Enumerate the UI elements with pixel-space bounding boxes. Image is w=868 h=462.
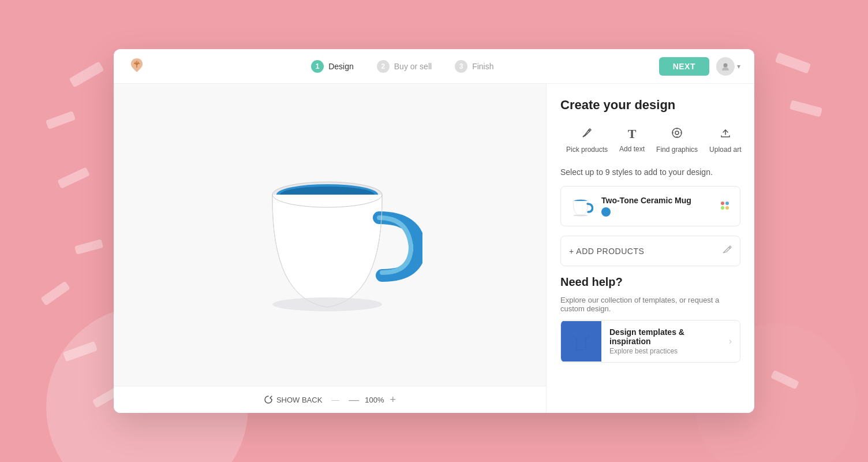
zoom-out-button[interactable]: —: [349, 394, 359, 405]
product-list: Two-Tone Ceramic Mug: [560, 186, 740, 226]
product-actions: [719, 200, 732, 213]
step-design[interactable]: 1 Design: [311, 60, 354, 73]
add-text-label: Add text: [619, 145, 645, 153]
zoom-in-button[interactable]: +: [390, 394, 396, 405]
svg-point-7: [675, 131, 679, 135]
upload-art-icon: [719, 126, 732, 142]
step-1-label: Design: [328, 62, 354, 71]
svg-point-14: [573, 215, 588, 217]
pick-products-icon: [581, 126, 593, 142]
tool-add-text[interactable]: T Add text: [613, 122, 650, 158]
zoom-controls: — 100% +: [349, 394, 396, 405]
panel-title: Create your design: [560, 98, 740, 113]
add-products-label: + ADD PRODUCTS: [569, 247, 644, 256]
help-card-title: Design templates & inspiration: [609, 327, 713, 346]
color-swatch-blue: [601, 207, 611, 217]
product-preview: [238, 137, 422, 333]
help-card-arrow: ›: [721, 336, 740, 346]
step-2-num: 2: [377, 60, 390, 73]
svg-point-18: [725, 206, 729, 210]
zoom-level: 100%: [365, 396, 384, 404]
upload-art-label: Upload art: [709, 146, 741, 154]
avatar: [716, 57, 735, 76]
next-button[interactable]: NEXT: [659, 57, 709, 76]
help-card-image: [561, 321, 601, 362]
help-card-content: Design templates & inspiration Explore b…: [601, 321, 721, 362]
canvas-toolbar: SHOW BACK — — 100% +: [114, 386, 546, 413]
main-window: 1 Design 2 Buy or sell 3 Finish NEXT: [114, 49, 754, 413]
add-text-icon: T: [628, 126, 637, 141]
tool-pick-products[interactable]: Pick products: [560, 122, 613, 158]
user-menu[interactable]: ▾: [716, 57, 740, 76]
help-subtitle: Explore our collection of templates, or …: [560, 296, 740, 313]
logo: [128, 56, 146, 77]
find-graphics-label: Find graphics: [656, 146, 698, 154]
help-card-templates[interactable]: Design templates & inspiration Explore b…: [560, 320, 740, 363]
product-thumbnail: [569, 193, 594, 219]
main-content: SHOW BACK — — 100% + Create your design: [114, 84, 754, 413]
step-2-label: Buy or sell: [394, 62, 432, 71]
header: 1 Design 2 Buy or sell 3 Finish NEXT: [114, 49, 754, 84]
instruction-text: Select up to 9 styles to add to your des…: [560, 167, 740, 177]
tool-upload-art[interactable]: Upload art: [704, 122, 747, 158]
toolbar-divider: —: [331, 395, 339, 404]
help-section: Need help? Explore our collection of tem…: [560, 275, 740, 363]
svg-point-4: [272, 297, 382, 311]
svg-point-6: [672, 128, 682, 137]
product-info: Two-Tone Ceramic Mug: [601, 196, 712, 217]
add-products-button[interactable]: + ADD PRODUCTS: [560, 236, 740, 266]
pick-products-label: Pick products: [566, 146, 608, 154]
step-3-label: Finish: [472, 62, 493, 71]
header-steps: 1 Design 2 Buy or sell 3 Finish: [311, 60, 493, 73]
product-card[interactable]: Two-Tone Ceramic Mug: [560, 186, 740, 226]
design-tools: Pick products T Add text: [560, 122, 740, 158]
find-graphics-icon: [671, 126, 683, 142]
svg-point-15: [721, 202, 724, 205]
tool-find-graphics[interactable]: Find graphics: [650, 122, 704, 158]
show-back-label: SHOW BACK: [276, 396, 322, 404]
product-name: Two-Tone Ceramic Mug: [601, 196, 712, 205]
product-colors: [601, 207, 712, 217]
step-finish[interactable]: 3 Finish: [455, 60, 493, 73]
add-products-pencil-icon: [721, 244, 732, 258]
canvas-inner: [114, 84, 546, 386]
svg-point-16: [725, 202, 729, 205]
right-panel: Create your design Pick products: [547, 84, 754, 413]
step-3-num: 3: [455, 60, 467, 73]
step-buy-sell[interactable]: 2 Buy or sell: [377, 60, 432, 73]
avatar-chevron: ▾: [737, 62, 740, 70]
product-color-picker-icon[interactable]: [719, 200, 732, 213]
canvas-area: SHOW BACK — — 100% +: [114, 84, 547, 413]
svg-point-0: [724, 63, 728, 67]
svg-point-17: [721, 206, 724, 210]
help-title: Need help?: [560, 275, 740, 289]
help-card-subtitle: Explore best practices: [609, 347, 713, 355]
header-actions: NEXT ▾: [659, 57, 740, 76]
show-back-button[interactable]: SHOW BACK: [264, 395, 322, 404]
step-1-num: 1: [311, 60, 324, 73]
